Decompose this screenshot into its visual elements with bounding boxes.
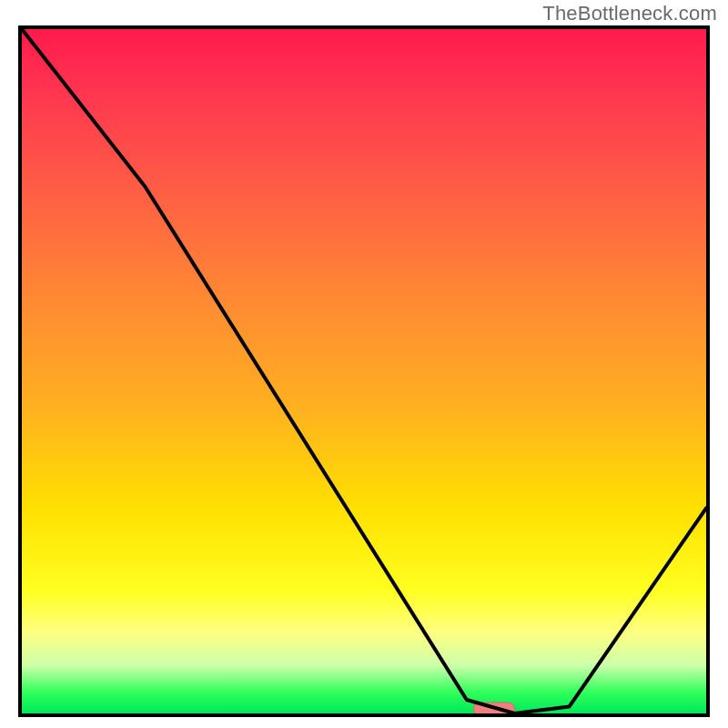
page-root: TheBottleneck.com <box>0 0 728 728</box>
bottleneck-curve <box>22 29 706 713</box>
chart-svg <box>22 29 706 713</box>
watermark-text: TheBottleneck.com <box>542 2 717 25</box>
chart-plot-area <box>18 25 710 717</box>
